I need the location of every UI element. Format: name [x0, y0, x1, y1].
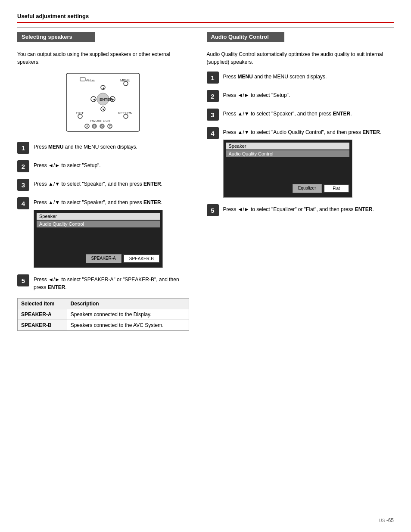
table-header-item: Selected item: [18, 299, 67, 309]
step-number: 3: [17, 179, 29, 191]
screen-mockup-right: Speaker Audio Quality Control Equalizer …: [223, 140, 352, 198]
menu-item-speaker: Speaker: [37, 213, 160, 220]
step-text: Press ◄/► to select "Equalizer" or "Flat…: [223, 204, 374, 213]
screen-buttons: SPEAKER-A SPEAKER-B: [37, 254, 160, 263]
left-step-5: 5 Press ◄/► to select "SPEAKER-A" or "SP…: [17, 274, 189, 291]
step-number: 4: [17, 197, 29, 209]
step-number: 1: [207, 72, 219, 84]
menu-item-speaker: Speaker: [226, 143, 349, 149]
step-text: Press ▲/▼ to select "Audio Quality Contr…: [223, 127, 394, 136]
right-step-3: 3 Press ▲/▼ to select "Speaker", and the…: [207, 108, 394, 121]
svg-text:B: B: [93, 125, 96, 128]
right-step-1: 1 Press MENU and the MENU screen display…: [207, 71, 394, 84]
page-number: US -65: [379, 517, 394, 523]
step-text: Press ▲/▼ to select "Speaker", and then …: [34, 197, 189, 206]
svg-text:▲: ▲: [102, 86, 105, 90]
right-column: Audio Quality Control Audio Quality Cont…: [198, 28, 394, 331]
flat-btn: Flat: [324, 184, 349, 193]
step-number: 3: [207, 109, 219, 121]
right-intro: Audio Quality Control automatically opti…: [207, 50, 394, 66]
left-column: Selecting speakers You can output audio …: [17, 28, 198, 331]
table-cell-item: SPEAKER-B: [18, 320, 67, 331]
svg-text:C: C: [101, 125, 103, 128]
svg-text:▼: ▼: [102, 108, 105, 112]
menu-item-aqc: Audio Quality Control: [226, 150, 349, 157]
svg-text:FAVORITE CH: FAVORITE CH: [90, 119, 110, 122]
step-number: 5: [17, 274, 29, 286]
svg-text:◄: ◄: [92, 97, 96, 102]
screen-mockup-left: Speaker Audio Quality Control SPEAKER-A …: [34, 210, 163, 268]
step-text: Press ▲/▼ to select "Speaker", and then …: [34, 178, 162, 188]
left-section-header: Selecting speakers: [17, 32, 95, 42]
right-step-5: 5 Press ◄/► to select "Equalizer" or "Fl…: [207, 204, 394, 216]
screen-buttons: Equalizer Flat: [226, 184, 349, 193]
step-number: 1: [17, 142, 29, 154]
step-number: 2: [207, 90, 219, 102]
two-column-layout: Selecting speakers You can output audio …: [17, 27, 394, 331]
table-cell-desc: Speakers connected to the Display.: [67, 309, 189, 320]
table-row: SPEAKER-B Speakers connected to the AVC …: [18, 320, 189, 331]
right-section-header: Audio Quality Control: [207, 32, 284, 42]
table-cell-desc: Speakers connected to the AVC System.: [67, 320, 189, 331]
left-intro: You can output audio using the supplied …: [17, 50, 189, 66]
speaker-a-btn: SPEAKER-A: [86, 254, 121, 263]
step-text: Press ◄/► to select "Setup".: [34, 160, 101, 169]
left-step-4: 4 Press ▲/▼ to select "Speaker", and the…: [17, 197, 189, 268]
speaker-table: Selected item Description SPEAKER-A Spea…: [17, 298, 189, 331]
step-text: Press ◄/► to select "Setup".: [223, 90, 290, 99]
page: Useful adjustment settings Selecting spe…: [0, 0, 411, 532]
right-step-4: 4 Press ▲/▼ to select "Audio Quality Con…: [207, 127, 394, 198]
step-text: Press MENU and the MENU screen displays.: [34, 141, 137, 151]
svg-rect-3: [80, 78, 85, 81]
left-step-1: 1 Press MENU and the MENU screen display…: [17, 141, 189, 154]
page-title: Useful adjustment settings: [17, 13, 394, 23]
step-text: Press MENU and the MENU screen displays.: [223, 71, 327, 81]
step-number: 4: [207, 127, 219, 139]
menu-item-aqc: Audio Quality Control: [37, 221, 160, 227]
step-number: 2: [17, 160, 29, 172]
table-cell-item: SPEAKER-A: [18, 309, 67, 320]
left-step-3: 3 Press ▲/▼ to select "Speaker", and the…: [17, 178, 189, 191]
svg-text:D: D: [109, 125, 111, 128]
step-number: 5: [207, 204, 219, 216]
equalizer-btn: Equalizer: [293, 184, 322, 193]
step-text: Press ◄/► to select "SPEAKER-A" or "SPEA…: [34, 274, 189, 291]
left-step-2: 2 Press ◄/► to select "Setup".: [17, 160, 189, 172]
remote-control-image: Virtual MENU ▲ ENTER ◄ ►: [62, 71, 144, 134]
right-step-2: 2 Press ◄/► to select "Setup".: [207, 90, 394, 102]
table-header-desc: Description: [67, 299, 189, 309]
svg-text:►: ►: [111, 97, 115, 102]
step-text: Press ▲/▼ to select "Speaker", and then …: [223, 108, 352, 118]
speaker-b-btn: SPEAKER-B: [123, 254, 160, 263]
svg-text:Virtual: Virtual: [86, 78, 96, 82]
svg-text:A: A: [86, 125, 88, 128]
table-row: SPEAKER-A Speakers connected to the Disp…: [18, 309, 189, 320]
